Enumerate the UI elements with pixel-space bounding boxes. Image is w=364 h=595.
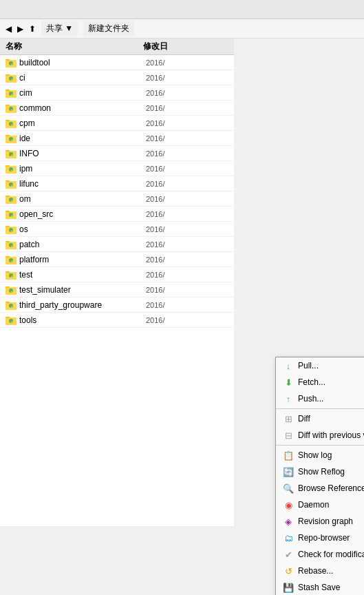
toolbar: ◀ ▶ ⬆ 共享 ▼ 新建文件夹 bbox=[0, 19, 364, 39]
menu-separator bbox=[276, 408, 364, 409]
file-row[interactable]: ✓ third_party_groupware 2016/ bbox=[0, 298, 234, 313]
svg-text:✓: ✓ bbox=[10, 92, 13, 96]
file-row[interactable]: ✓ common 2016/ bbox=[0, 101, 234, 116]
share-button[interactable]: 共享 ▼ bbox=[41, 21, 78, 36]
file-date: 2016/ bbox=[146, 74, 228, 82]
file-row[interactable]: ✓ INFO 2016/ bbox=[0, 146, 234, 161]
file-row[interactable]: ✓ patch 2016/ bbox=[0, 237, 234, 252]
tortoisegit-menu-item[interactable]: ↑Push... bbox=[276, 390, 364, 407]
file-row[interactable]: ✓ ide 2016/ bbox=[0, 131, 234, 146]
file-row[interactable]: ✓ cpm 2016/ bbox=[0, 116, 234, 131]
file-name: test bbox=[19, 270, 146, 280]
menu-item-label: Pull... bbox=[298, 361, 364, 370]
folder-icon: ✓ bbox=[6, 254, 17, 265]
tortoisegit-menu-item[interactable]: 🗂Repo-browser bbox=[276, 530, 364, 546]
repo-browser-icon: 🗂 bbox=[283, 532, 294, 543]
folder-icon: ✓ bbox=[6, 209, 17, 220]
tortoisegit-menu-item[interactable]: ◈Revision graph bbox=[276, 513, 364, 530]
menu-item-label: Repo-browser bbox=[298, 533, 364, 543]
new-folder-button[interactable]: 新建文件夹 bbox=[83, 21, 134, 36]
tortoisegit-menu-item[interactable]: ⊞Diff bbox=[276, 410, 364, 427]
svg-text:✓: ✓ bbox=[10, 198, 13, 202]
svg-text:✓: ✓ bbox=[10, 167, 13, 171]
file-date: 2016/ bbox=[146, 89, 228, 97]
file-date: 2016/ bbox=[146, 119, 228, 127]
file-row[interactable]: ✓ cim 2016/ bbox=[0, 85, 234, 101]
file-name: tools bbox=[19, 315, 146, 325]
file-date: 2016/ bbox=[146, 59, 228, 67]
svg-text:✓: ✓ bbox=[10, 107, 13, 111]
col-header-name: 名称 bbox=[6, 41, 143, 52]
browse-ref-icon: 🔍 bbox=[283, 483, 294, 494]
file-date: 2016/ bbox=[146, 240, 228, 249]
stash-icon: 💾 bbox=[283, 582, 294, 593]
file-row[interactable]: ✓ tools 2016/ bbox=[0, 313, 234, 328]
file-row[interactable]: ✓ test_simulater 2016/ bbox=[0, 282, 234, 298]
file-row[interactable]: ✓ lifunc 2016/ bbox=[0, 176, 234, 191]
file-list-container: 名称 修改日 ✓ buildtool 2016/ bbox=[0, 39, 234, 526]
file-row[interactable]: ✓ os 2016/ bbox=[0, 222, 234, 237]
file-name: third_party_groupware bbox=[19, 300, 146, 310]
svg-text:✓: ✓ bbox=[10, 152, 13, 156]
menu-item-label: Daemon bbox=[298, 500, 364, 510]
tortoisegit-menu-item[interactable]: ✔Check for modifications bbox=[276, 546, 364, 563]
context-menu-right: ↓Pull...⬇Fetch...↑Push...⊞Diff⊟Diff with… bbox=[275, 357, 364, 595]
tortoisegit-menu-item[interactable]: ⬇Fetch... bbox=[276, 374, 364, 390]
daemon-icon: ◉ bbox=[283, 499, 294, 510]
file-date: 2016/ bbox=[146, 149, 228, 158]
col-header-date: 修改日 bbox=[143, 41, 228, 52]
file-row[interactable]: ✓ platform 2016/ bbox=[0, 252, 234, 267]
rebase-icon: ↺ bbox=[283, 565, 294, 576]
file-date: 2016/ bbox=[146, 271, 228, 279]
tortoisegit-menu-item[interactable]: ↓Pull... bbox=[276, 357, 364, 374]
file-row[interactable]: ✓ ci 2016/ bbox=[0, 70, 234, 85]
svg-text:✓: ✓ bbox=[10, 122, 13, 126]
menu-item-label: Check for modifications bbox=[298, 550, 364, 559]
menu-item-label: Rebase... bbox=[298, 566, 364, 576]
file-row[interactable]: ✓ open_src 2016/ bbox=[0, 207, 234, 222]
svg-text:✓: ✓ bbox=[10, 304, 13, 308]
reflog-icon: 🔄 bbox=[283, 466, 294, 477]
menu-item-label: Stash Save bbox=[298, 583, 364, 592]
file-row[interactable]: ✓ test 2016/ bbox=[0, 267, 234, 282]
file-name: om bbox=[19, 194, 146, 204]
svg-text:✓: ✓ bbox=[10, 137, 13, 141]
tortoisegit-menu-item[interactable]: 📋Show log bbox=[276, 447, 364, 463]
menu-item-label: Show Reflog bbox=[298, 467, 364, 477]
pull-icon: ↓ bbox=[283, 360, 294, 371]
file-row[interactable]: ✓ ipm 2016/ bbox=[0, 161, 234, 176]
file-name: cim bbox=[19, 88, 146, 98]
svg-text:✓: ✓ bbox=[10, 213, 13, 217]
tortoisegit-menu-item[interactable]: ↺Rebase... bbox=[276, 563, 364, 579]
folder-icon: ✓ bbox=[6, 57, 17, 68]
file-list-body: ✓ buildtool 2016/ ✓ ci 2016/ bbox=[0, 55, 234, 328]
menu-item-label: Diff bbox=[298, 414, 364, 424]
svg-text:✓: ✓ bbox=[10, 182, 13, 187]
menu-item-label: Show log bbox=[298, 450, 364, 460]
check-mod-icon: ✔ bbox=[283, 549, 294, 560]
file-name: buildtool bbox=[19, 58, 146, 67]
file-name: lifunc bbox=[19, 179, 146, 189]
file-date: 2016/ bbox=[146, 180, 228, 188]
push-icon: ↑ bbox=[283, 393, 294, 404]
folder-icon: ✓ bbox=[6, 239, 17, 250]
file-date: 2016/ bbox=[146, 316, 228, 324]
svg-text:✓: ✓ bbox=[10, 243, 13, 247]
file-date: 2016/ bbox=[146, 210, 228, 218]
tortoisegit-menu-item[interactable]: 🔄Show Reflog bbox=[276, 463, 364, 480]
menu-item-label: Diff with previous version bbox=[298, 430, 364, 440]
file-row[interactable]: ✓ buildtool 2016/ bbox=[0, 55, 234, 70]
file-name: open_src bbox=[19, 209, 146, 219]
folder-icon: ✓ bbox=[6, 163, 17, 174]
folder-icon: ✓ bbox=[6, 315, 17, 326]
file-date: 2016/ bbox=[146, 225, 228, 233]
file-name: os bbox=[19, 225, 146, 234]
file-list-header: 名称 修改日 bbox=[0, 39, 234, 55]
file-name: test_simulater bbox=[19, 285, 146, 295]
folder-icon: ✓ bbox=[6, 300, 17, 311]
tortoisegit-menu-item[interactable]: ◉Daemon bbox=[276, 497, 364, 513]
tortoisegit-menu-item[interactable]: 💾Stash Save bbox=[276, 579, 364, 595]
tortoisegit-menu-item[interactable]: ⊟Diff with previous version bbox=[276, 427, 364, 443]
tortoisegit-menu-item[interactable]: 🔍Browse References bbox=[276, 480, 364, 497]
file-row[interactable]: ✓ om 2016/ bbox=[0, 191, 234, 207]
